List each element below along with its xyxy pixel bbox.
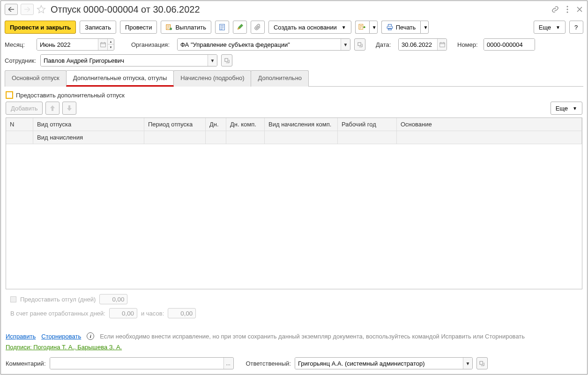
employee-input-wrap: ▼	[40, 54, 217, 66]
tab-accrued[interactable]: Начислено (подробно)	[173, 70, 251, 87]
worked-days-input	[109, 308, 137, 318]
col-nk[interactable]: Вид начисления комп.	[265, 118, 338, 131]
org-label: Организация:	[131, 41, 173, 48]
tab-main[interactable]: Основной отпуск	[5, 70, 67, 87]
worked-label: В счет ранее отработанных дней:	[10, 310, 105, 317]
org-input[interactable]	[178, 39, 341, 50]
print-dropdown[interactable]: ▼	[420, 21, 429, 34]
create-based-button[interactable]: Создать на основании ▼	[268, 21, 351, 34]
edit-icon-button[interactable]	[233, 21, 247, 34]
add-button: Добавить	[6, 102, 43, 115]
employee-dropdown[interactable]: ▼	[208, 55, 217, 66]
chevron-down-icon: ▼	[342, 25, 346, 30]
link-icon[interactable]	[551, 6, 559, 13]
employee-label: Сотрудник:	[5, 57, 37, 64]
close-icon[interactable]	[576, 6, 583, 13]
table: N Вид отпуска Период отпуска Дн. Дн. ком…	[6, 118, 582, 289]
title-bar: Отпуск 0000-000004 от 30.06.2022	[1, 1, 587, 18]
forward-button	[21, 4, 34, 15]
provide-label: Предоставить дополнительный отпуск	[16, 92, 125, 99]
otgul-input	[99, 294, 127, 304]
month-label: Месяц:	[5, 41, 33, 48]
date-input[interactable]	[399, 39, 437, 50]
col-type2[interactable]: Вид начисления	[33, 131, 144, 144]
svg-point-1	[567, 9, 568, 10]
process-close-button[interactable]: Провести и закрыть	[5, 21, 76, 34]
svg-point-4	[170, 28, 172, 30]
calendar-icon[interactable]	[437, 39, 447, 50]
comment-expand[interactable]: …	[223, 358, 233, 369]
col-type[interactable]: Вид отпуска	[33, 118, 144, 131]
calendar-icon[interactable]	[98, 39, 107, 50]
export-group: ▼	[355, 21, 378, 34]
svg-rect-10	[224, 58, 227, 61]
move-down-button	[62, 102, 76, 115]
responsible-dropdown[interactable]: ▼	[463, 358, 472, 369]
org-dropdown[interactable]: ▼	[341, 39, 350, 50]
provide-checkbox-row: Предоставить дополнительный отпуск	[6, 91, 582, 99]
export-icon-button[interactable]	[355, 21, 369, 34]
date-label: Дата:	[376, 41, 394, 48]
month-input[interactable]	[37, 39, 98, 50]
storno-link[interactable]: Сторнировать	[41, 333, 81, 340]
col-base[interactable]: Основание	[397, 118, 582, 131]
svg-rect-11	[480, 361, 483, 364]
kebab-icon[interactable]	[564, 6, 571, 13]
month-spinner[interactable]: ▲▼	[107, 39, 114, 50]
tab-additional[interactable]: Дополнительные отпуска, отгулы	[66, 70, 174, 87]
lower-fields: Предоставить отгул (дней) В счет ранее о…	[6, 289, 582, 327]
responsible-label: Ответственный:	[246, 360, 291, 367]
provide-checkbox[interactable]	[6, 91, 13, 99]
attach-icon-button[interactable]	[251, 21, 265, 34]
tab-content: Предоставить дополнительный отпуск Добав…	[1, 87, 587, 331]
signatures-row: Подписи: Погодина Т. А., Барышева З. А.	[1, 344, 587, 354]
svg-rect-9	[439, 43, 445, 47]
doc-icon-button[interactable]	[215, 21, 229, 34]
org-open-button[interactable]	[354, 38, 365, 51]
table-body[interactable]	[6, 144, 582, 289]
table-header-2: Вид начисления	[6, 131, 582, 144]
star-icon[interactable]	[37, 5, 46, 14]
info-icon: i	[87, 332, 94, 340]
back-button[interactable]	[5, 4, 18, 15]
print-button[interactable]: Печать	[381, 21, 421, 34]
comment-input[interactable]	[50, 358, 223, 369]
pay-button[interactable]: Выплатить	[161, 21, 211, 34]
table-toolbar: Добавить Еще ▼	[6, 102, 582, 115]
col-dnk[interactable]: Дн. комп.	[226, 118, 265, 131]
responsible-open-button[interactable]	[476, 357, 488, 369]
more-button[interactable]: Еще ▼	[534, 21, 566, 34]
footer-links: Исправить Сторнировать i Если необходимо…	[1, 331, 587, 344]
help-button[interactable]: ?	[569, 21, 583, 34]
responsible-input[interactable]	[295, 358, 463, 369]
process-button[interactable]: Провести	[120, 21, 157, 34]
save-button[interactable]: Записать	[80, 21, 116, 34]
employee-input[interactable]	[41, 55, 208, 66]
pay-label: Выплатить	[175, 24, 206, 31]
col-dn[interactable]: Дн.	[206, 118, 226, 131]
info-text: Если необходимо внести исправление, но п…	[100, 333, 525, 340]
tab-extra[interactable]: Дополнительно	[251, 70, 309, 87]
number-input-wrap	[484, 38, 535, 51]
worked-hours-input	[168, 308, 196, 318]
org-input-wrap: ▼	[177, 38, 350, 51]
number-label: Номер:	[457, 41, 480, 48]
fix-link[interactable]: Исправить	[6, 333, 36, 340]
form-row-1: Месяц: ▲▼ Организация: ▼ Дата: Номер:	[1, 37, 587, 52]
col-period[interactable]: Период отпуска	[144, 118, 206, 131]
main-toolbar: Провести и закрыть Записать Провести Вып…	[1, 18, 587, 37]
responsible-wrap: ▼	[295, 357, 473, 369]
table-more-button[interactable]: Еще ▼	[551, 102, 582, 115]
chevron-down-icon: ▼	[573, 106, 577, 111]
move-up-button	[45, 102, 60, 115]
comment-label: Комментарий:	[6, 360, 46, 367]
employee-open-button[interactable]	[221, 54, 232, 66]
table-more-label: Еще	[556, 105, 568, 112]
export-dropdown[interactable]: ▼	[369, 21, 378, 34]
number-input[interactable]	[484, 39, 535, 50]
bottom-bar: Комментарий: … Ответственный: ▼	[1, 354, 587, 374]
col-n[interactable]: N	[6, 118, 33, 131]
col-year[interactable]: Рабочий год	[338, 118, 397, 131]
signatures-link[interactable]: Подписи: Погодина Т. А., Барышева З. А.	[6, 344, 122, 351]
svg-rect-7	[100, 43, 105, 47]
